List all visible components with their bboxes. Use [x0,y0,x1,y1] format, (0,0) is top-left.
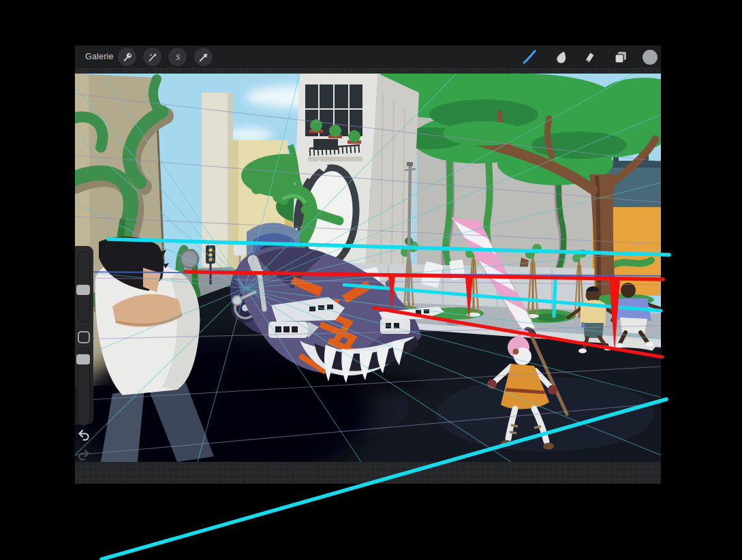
transform-button[interactable] [194,48,213,66]
slider-panel [75,246,93,424]
undo-icon [76,428,91,443]
undo-button[interactable] [76,428,91,443]
opacity-handle[interactable] [76,354,90,364]
sidebar [75,246,95,471]
modify-button[interactable] [78,331,90,343]
layers-icon [613,49,629,65]
actions-button[interactable] [118,48,136,66]
selection-s-icon: S [172,51,184,63]
wrench-icon [121,51,134,63]
adjustments-button[interactable] [143,48,161,66]
smudge-finger-icon [553,49,569,65]
top-toolbar: Galerie S [75,46,661,68]
color-circle-icon [641,48,659,66]
eraser-tool-button[interactable] [581,48,598,66]
paint-tool-button[interactable] [521,48,538,66]
gallery-button[interactable]: Galerie [85,52,114,61]
color-button[interactable] [641,48,659,66]
redo-icon [76,448,91,463]
canvas[interactable] [75,74,661,462]
brush-icon [521,49,538,65]
svg-text:S: S [176,52,180,61]
layers-button[interactable] [612,48,630,66]
magic-wand-icon [146,51,159,63]
eraser-icon [581,49,598,65]
transform-arrow-icon [198,51,210,63]
smudge-tool-button[interactable] [552,48,570,66]
brush-size-handle[interactable] [76,285,90,295]
selection-button[interactable]: S [168,48,187,66]
redo-button[interactable] [76,448,91,463]
